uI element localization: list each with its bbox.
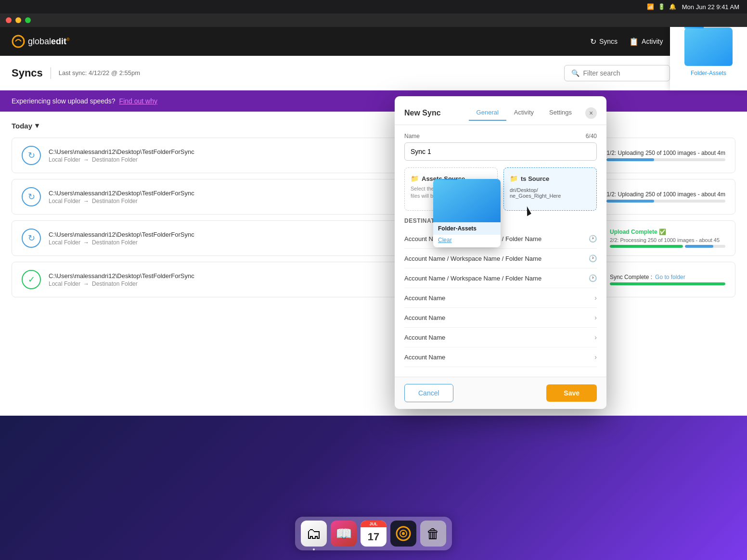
dest-folder: Destinaton Folder bbox=[92, 156, 138, 163]
dest-item-2[interactable]: Account Name / Workspace Name / Folder N… bbox=[404, 249, 597, 268]
battery-icon: 🔋 bbox=[658, 3, 665, 10]
wifi-icon: 📶 bbox=[647, 3, 654, 10]
window-close-button[interactable] bbox=[6, 17, 12, 23]
sync-status-icon-complete: ✓ bbox=[22, 270, 41, 289]
dock-books[interactable]: 📖 bbox=[331, 521, 357, 547]
history-icon-1: 🕐 bbox=[589, 235, 597, 242]
folder-tooltip-label: Folder-Assets bbox=[433, 222, 501, 235]
clear-link[interactable]: Clear bbox=[433, 235, 501, 247]
nav-syncs[interactable]: ↻ Syncs bbox=[590, 37, 618, 46]
modal-footer: Cancel Save bbox=[395, 377, 606, 409]
processing-text: 2/2: Processing 250 of 1000 images - abo… bbox=[610, 237, 725, 243]
tab-general[interactable]: General bbox=[469, 105, 506, 121]
modal-title: New Sync bbox=[404, 109, 441, 117]
folder-image bbox=[684, 27, 733, 66]
notification-icon: 🔔 bbox=[669, 3, 676, 10]
alert-banner: Experiencing slow upload speeds? Find ou… bbox=[0, 90, 747, 112]
upload-complete-label: Upload Complete ✅ bbox=[610, 229, 666, 235]
finder-dot bbox=[313, 548, 315, 550]
dest-item-7[interactable]: Account Name › bbox=[404, 347, 597, 367]
window-controls bbox=[0, 13, 747, 27]
save-button[interactable]: Save bbox=[546, 384, 597, 402]
modal-close-button[interactable]: × bbox=[585, 107, 597, 119]
status-text: Upload Complete ✅ bbox=[610, 229, 725, 235]
today-label: Today bbox=[12, 122, 32, 130]
dest-item-text: Account Name bbox=[404, 314, 594, 321]
tab-settings[interactable]: Settings bbox=[541, 105, 580, 121]
syncs-icon: ↻ bbox=[590, 37, 596, 46]
books-icon: 📖 bbox=[335, 526, 352, 542]
folder-icon: 📁 bbox=[411, 175, 419, 182]
dock-trash[interactable]: 🗑 bbox=[420, 521, 446, 547]
sync-complete-label: Sync Complete : bbox=[610, 274, 652, 280]
system-time: Mon Jun 22 9:41 AM bbox=[682, 3, 739, 11]
sync-status-icon: ↻ bbox=[22, 187, 41, 206]
source-folder: Local Folder bbox=[49, 239, 80, 246]
dock-calendar[interactable]: JUL 17 bbox=[361, 521, 386, 547]
progress-bar bbox=[606, 200, 725, 203]
dest-item-text: Account Name bbox=[404, 354, 594, 361]
sync-status: 1/2: Uploading 250 of 1000 images - abou… bbox=[606, 150, 725, 161]
search-input[interactable] bbox=[583, 69, 663, 77]
assets-dest-box[interactable]: 📁 ts Source dri/Desktop/ne_Goes_Right_He… bbox=[503, 167, 597, 211]
dock-gyroflow[interactable] bbox=[390, 521, 416, 547]
dest-item-6[interactable]: Account Name › bbox=[404, 328, 597, 347]
dest-item-5[interactable]: Account Name › bbox=[404, 308, 597, 328]
today-chevron-icon: ▾ bbox=[35, 121, 39, 130]
logo-text: globaledit® bbox=[28, 37, 70, 47]
dock: 🗂 📖 JUL 17 🗑 bbox=[295, 517, 452, 550]
progress-fill bbox=[606, 158, 654, 161]
arrow-icon: → bbox=[83, 156, 89, 163]
assets-dest-path: dri/Desktop/ne_Goes_Right_Here bbox=[510, 187, 591, 199]
syncs-toolbar: Syncs Last sync: 4/12/22 @ 2:55pm 🔍 Bulk… bbox=[0, 56, 747, 90]
gyroflow-icon bbox=[395, 525, 412, 542]
sync-status: 1/2: Uploading 250 of 1000 images - abou… bbox=[606, 191, 725, 203]
progress-bar bbox=[606, 158, 725, 161]
tab-activity[interactable]: Activity bbox=[506, 105, 541, 121]
svg-point-3 bbox=[402, 532, 405, 535]
app-header: globaledit® ↻ Syncs 📋 Activity ⚙ Setting… bbox=[0, 27, 747, 56]
dock-finder[interactable]: 🗂 bbox=[301, 521, 327, 547]
arrow-icon: → bbox=[83, 239, 89, 246]
search-box[interactable]: 🔍 bbox=[564, 65, 670, 81]
cancel-button[interactable]: Cancel bbox=[404, 384, 453, 402]
nav-syncs-label: Syncs bbox=[599, 38, 618, 45]
status-icons: 📶 🔋 🔔 bbox=[647, 3, 676, 10]
history-icon-2: 🕐 bbox=[589, 255, 597, 262]
app-window: globaledit® ↻ Syncs 📋 Activity ⚙ Setting… bbox=[0, 27, 747, 560]
dest-item-4[interactable]: Account Name › bbox=[404, 288, 597, 308]
today-section-heading[interactable]: Today ▾ bbox=[12, 121, 735, 130]
alert-message: Experiencing slow upload speeds? bbox=[12, 97, 116, 105]
status-text: 1/2: Uploading 250 of 1000 images - abou… bbox=[606, 191, 725, 198]
dest-item-3[interactable]: Account Name / Workspace Name / Folder N… bbox=[404, 268, 597, 288]
arrow-icon: → bbox=[83, 198, 89, 204]
name-input[interactable] bbox=[404, 142, 597, 161]
folder-big-image bbox=[433, 179, 501, 222]
window-maximize-button[interactable] bbox=[25, 17, 31, 23]
progress-fill-blue bbox=[685, 245, 713, 248]
sync-rotating-icon: ↻ bbox=[28, 150, 35, 161]
svg-point-0 bbox=[13, 36, 24, 47]
toolbar-divider bbox=[51, 67, 51, 79]
nav-activity[interactable]: 📋 Activity bbox=[629, 37, 663, 46]
progress-fill bbox=[606, 200, 654, 203]
dest-item-text: Account Name / Workspace Name / Folder N… bbox=[404, 255, 589, 262]
sync-status: Sync Complete : Go to folder bbox=[610, 274, 725, 285]
folder-tab bbox=[433, 179, 457, 180]
go-to-folder-link[interactable]: Go to folder bbox=[655, 274, 685, 280]
name-field-label: Name 6/40 bbox=[404, 133, 597, 140]
alert-link[interactable]: Find out why bbox=[119, 97, 157, 105]
main-content: Today ▾ ↻ C:\Users\malessandri12\Desktop… bbox=[0, 112, 747, 560]
name-char-count: 6/40 bbox=[586, 133, 597, 140]
nav-activity-label: Activity bbox=[642, 38, 663, 45]
chevron-right-icon-7: › bbox=[594, 353, 597, 361]
chevron-right-icon-5: › bbox=[594, 314, 597, 321]
source-folder: Local Folder bbox=[49, 280, 80, 287]
name-label: Name bbox=[404, 133, 420, 140]
window-minimize-button[interactable] bbox=[15, 17, 21, 23]
assets-dest-header: 📁 ts Source bbox=[510, 175, 591, 182]
calendar-day-label: 17 bbox=[361, 527, 386, 547]
dest-folder: Destinaton Folder bbox=[92, 198, 138, 204]
modal-header: New Sync General Activity Settings × bbox=[395, 96, 606, 121]
logo[interactable]: globaledit® bbox=[12, 35, 70, 48]
